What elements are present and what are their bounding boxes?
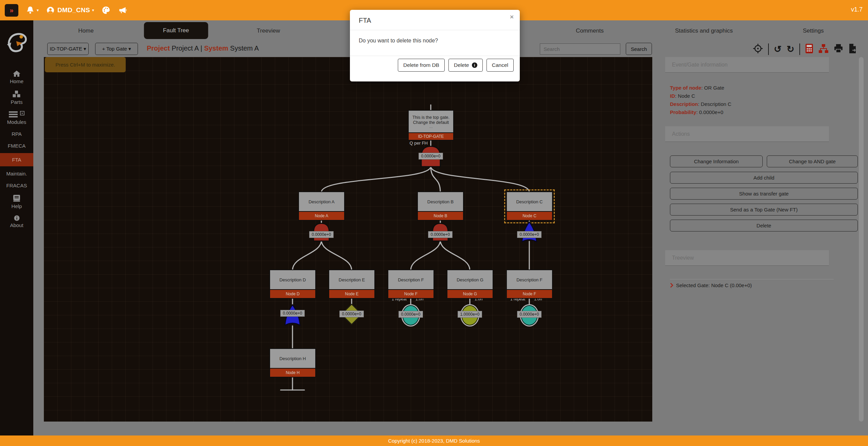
info-id: ID: Node C: [670, 93, 695, 99]
add-top-gate-dropdown[interactable]: + Top Gate ▾: [95, 43, 138, 55]
center-view-crosshair-icon[interactable]: [753, 43, 763, 55]
notifications-bell-icon[interactable]: [26, 5, 35, 15]
chevron-right-icon: [670, 283, 673, 288]
announcements-megaphone-icon[interactable]: [118, 6, 127, 15]
tab-treeview[interactable]: Treeview: [257, 20, 280, 41]
info-probability: Probability: 0.0000e+0: [670, 109, 723, 115]
probability-chip: 0.0000e+0: [517, 311, 542, 318]
user-menu-caret-icon[interactable]: ▾: [92, 8, 94, 13]
export-icon[interactable]: [848, 43, 857, 55]
event-gate-info-header: Event/Gate information: [665, 57, 829, 73]
probability-chip: 0.0000e+0: [517, 231, 542, 238]
node-description-box[interactable]: Description E: [329, 270, 375, 290]
node-id-bar[interactable]: ID-TOP-GATE: [408, 133, 454, 141]
search-input[interactable]: [540, 43, 620, 55]
tree-node-b[interactable]: Description B Node B: [417, 191, 464, 221]
fta-delete-modal: FTA × Do you want to delete this node? D…: [350, 10, 520, 81]
node-description-box[interactable]: Description G: [447, 270, 493, 290]
sidebar-item-label: Home: [10, 78, 23, 84]
user-name[interactable]: DMD_CNS: [57, 6, 90, 14]
node-description-box[interactable]: Description F: [506, 270, 553, 290]
probability-chip: 0.0000e+0: [309, 231, 334, 238]
modal-title: FTA: [359, 17, 371, 24]
tree-node-d[interactable]: Description D Node D: [269, 270, 316, 299]
sidebar-item-about[interactable]: About: [0, 212, 33, 231]
tree-node-e[interactable]: Description E Node E: [329, 270, 375, 299]
sidebar-item-fta[interactable]: FTA: [0, 153, 33, 166]
tab-home[interactable]: Home: [78, 20, 93, 41]
undo-icon[interactable]: ↺: [774, 45, 782, 54]
treeview-selected-gate[interactable]: Selected Gate: Node C (0.00e+0): [670, 282, 752, 288]
tree-node-c-selected[interactable]: Description C Node C: [506, 191, 553, 221]
sidebar-item-fmeca[interactable]: FMECA: [0, 140, 33, 152]
node-id-bar[interactable]: Node C: [506, 212, 553, 221]
delete-from-db-button[interactable]: Delete from DB: [398, 59, 445, 72]
cancel-button[interactable]: Cancel: [486, 59, 514, 72]
node-id-bar[interactable]: Node F: [388, 290, 434, 299]
tab-statistics[interactable]: Statistics and graphics: [675, 20, 733, 41]
change-to-and-gate-button[interactable]: Change to AND gate: [767, 155, 858, 167]
sidebar-item-modules[interactable]: Modules: [0, 108, 33, 128]
add-child-button[interactable]: Add child: [670, 172, 858, 184]
close-icon[interactable]: ×: [510, 13, 514, 21]
gate-select-dropdown[interactable]: ID-TOP-GATE ▾: [47, 43, 89, 55]
modal-header: FTA ×: [350, 10, 520, 30]
probability-chip: 0.0000e+0: [398, 311, 423, 318]
sidebar-item-help[interactable]: Help: [0, 191, 33, 212]
tree-node-h[interactable]: Description H Node H: [269, 348, 316, 377]
panel-scrollbar[interactable]: [859, 57, 864, 422]
info-type-of-node: Type of node: OR Gate: [670, 85, 724, 91]
info-icon: i: [472, 62, 477, 68]
node-id-bar[interactable]: Node F: [506, 290, 553, 299]
node-description-box[interactable]: Description D: [269, 270, 316, 290]
node-id-bar[interactable]: Node D: [269, 290, 316, 299]
theme-palette-icon[interactable]: [102, 6, 110, 15]
sidebar-item-maintain[interactable]: Maintain.: [0, 168, 33, 180]
tree-node-a[interactable]: Description A Node A: [298, 191, 345, 221]
node-id-bar[interactable]: Node A: [298, 212, 345, 221]
tab-comments[interactable]: Comments: [576, 20, 604, 41]
print-icon[interactable]: [834, 44, 843, 55]
node-description-box[interactable]: Description H: [269, 348, 316, 369]
sidebar-collapse-button[interactable]: »: [5, 4, 18, 17]
modules-expand-icon: [20, 111, 24, 115]
tree-layout-icon[interactable]: [818, 44, 829, 55]
tab-fault-tree[interactable]: Fault Tree: [144, 22, 208, 39]
sidebar: Home Parts Modules RPA FMECA FTA Maintai…: [0, 20, 33, 435]
redo-icon[interactable]: ↻: [786, 45, 794, 54]
fault-tree-canvas[interactable]: Press Ctrl+M to maximize. Q per FH: [44, 57, 652, 422]
probability-chip: 0.0000e+0: [339, 311, 364, 317]
delete-node-button[interactable]: Delete: [670, 220, 858, 231]
node-id-bar[interactable]: Node E: [329, 290, 375, 299]
tree-edges: [44, 57, 652, 422]
calculate-icon[interactable]: [805, 43, 813, 55]
node-description-box[interactable]: This is the top gate. Change the default…: [408, 110, 454, 133]
node-id-bar[interactable]: Node G: [447, 290, 493, 299]
sidebar-item-home[interactable]: Home: [0, 67, 33, 87]
sidebar-item-fracas[interactable]: FRACAS: [0, 180, 33, 191]
tree-node-f2[interactable]: Description F Node F: [506, 270, 553, 299]
tree-node-f[interactable]: Description F Node F: [388, 270, 434, 299]
change-information-button[interactable]: Change Information: [670, 155, 763, 167]
sidebar-item-parts[interactable]: Parts: [0, 87, 33, 108]
search-button[interactable]: Search: [626, 43, 652, 55]
tree-node-g[interactable]: Description G Node G: [447, 270, 493, 299]
node-description-box[interactable]: Description F: [388, 270, 434, 290]
app-logo-bird-icon[interactable]: [4, 30, 29, 55]
tab-settings[interactable]: Settings: [803, 20, 823, 41]
sidebar-item-rpa[interactable]: RPA: [0, 128, 33, 140]
sidebar-menu: Home Parts Modules RPA FMECA FTA Maintai…: [0, 67, 33, 231]
delete-button[interactable]: Deletei: [448, 59, 483, 72]
node-id-bar[interactable]: Node B: [417, 212, 464, 221]
show-as-transfer-gate-button[interactable]: Show as transfer gate: [670, 188, 858, 200]
node-description-box[interactable]: Description A: [298, 191, 345, 212]
node-description-box[interactable]: Description C: [506, 191, 553, 212]
tree-node-top-gate[interactable]: This is the top gate. Change the default…: [408, 110, 454, 141]
node-id-bar[interactable]: Node H: [269, 369, 316, 377]
send-as-top-gate-button[interactable]: Send as a Top Gate (New FT): [670, 204, 858, 216]
node-description-box[interactable]: Description B: [417, 191, 464, 212]
user-avatar-icon[interactable]: [46, 6, 55, 15]
notifications-caret-icon[interactable]: ▾: [37, 8, 39, 13]
toolbar-separator: [768, 43, 769, 55]
footer: Copyright (c) 2018-2023, DMD Solutions: [0, 435, 868, 446]
